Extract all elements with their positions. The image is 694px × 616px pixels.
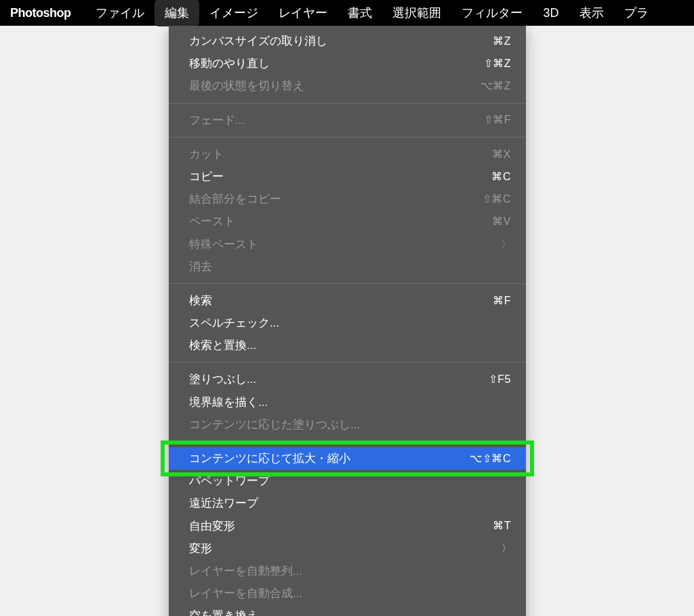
dropdown-item: フェード...⇧⌘F	[169, 109, 526, 131]
dropdown-item-shortcut: ⌥⌘Z	[481, 77, 511, 95]
dropdown-item-label: 最後の状態を切り替え	[189, 77, 481, 95]
dropdown-item: 結合部分をコピー⇧⌘C	[169, 188, 526, 210]
dropdown-item-shortcut: ⌘X	[492, 146, 511, 163]
dropdown-item-label: 結合部分をコピー	[189, 190, 483, 208]
dropdown-item[interactable]: 自由変形⌘T	[169, 515, 526, 537]
dropdown-item: レイヤーを自動整列...	[169, 560, 526, 582]
dropdown-item-shortcut: ⌘V	[492, 213, 511, 230]
dropdown-item: 消去	[169, 255, 526, 278]
dropdown-item-label: 検索と置換...	[189, 336, 511, 354]
dropdown-item[interactable]: カンバスサイズの取り消し⌘Z	[169, 30, 526, 52]
menu-type[interactable]: 書式	[338, 0, 382, 26]
dropdown-item-shortcut: ⌘Z	[493, 33, 511, 50]
menu-filter[interactable]: フィルター	[451, 0, 533, 26]
dropdown-separator	[169, 283, 526, 284]
app-name: Photoshop	[10, 6, 70, 20]
dropdown-item: 最後の状態を切り替え⌥⌘Z	[169, 75, 526, 97]
dropdown-item-shortcut: ⌘F	[493, 292, 511, 310]
menu-plugins[interactable]: プラ	[614, 0, 659, 26]
dropdown-item-label: フェード...	[189, 111, 484, 129]
dropdown-item-label: 特殊ペースト	[189, 235, 502, 253]
dropdown-item-label: カンバスサイズの取り消し	[189, 32, 493, 50]
dropdown-item-label: パペットワープ	[189, 472, 511, 490]
dropdown-item-label: 移動のやり直し	[189, 54, 484, 73]
dropdown-item: ペースト⌘V	[169, 210, 526, 232]
chevron-right-icon: 〉	[502, 237, 511, 251]
dropdown-item: レイヤーを自動合成...	[169, 582, 526, 604]
menu-select[interactable]: 選択範囲	[382, 0, 451, 26]
dropdown-item-label: 境界線を描く...	[189, 393, 511, 411]
dropdown-item[interactable]: 検索⌘F	[169, 289, 526, 312]
dropdown-item: コンテンツに応じた塗りつぶし...	[169, 413, 526, 436]
dropdown-item-shortcut: ⇧F5	[489, 371, 511, 388]
dropdown-item-label: レイヤーを自動整列...	[189, 562, 511, 580]
dropdown-item-shortcut: ⌘T	[493, 517, 511, 535]
dropdown-item-label: 変形	[189, 539, 502, 558]
dropdown-item-label: 消去	[189, 258, 511, 276]
dropdown-item-label: ペースト	[189, 212, 492, 230]
menu-3d[interactable]: 3D	[533, 1, 569, 26]
dropdown-separator	[169, 441, 526, 442]
dropdown-item-shortcut: ⇧⌘F	[484, 111, 511, 129]
dropdown-item[interactable]: 移動のやり直し⇧⌘Z	[169, 52, 526, 75]
dropdown-item[interactable]: スペルチェック...	[169, 312, 526, 334]
chevron-right-icon: 〉	[502, 541, 511, 556]
dropdown-item-shortcut: ⌘C	[491, 168, 511, 186]
menubar: Photoshop ファイル 編集 イメージ レイヤー 書式 選択範囲 フィルタ…	[0, 0, 694, 26]
dropdown-item-label: コンテンツに応じて拡大・縮小	[189, 449, 470, 468]
menu-image[interactable]: イメージ	[199, 0, 268, 26]
dropdown-item: カット⌘X	[169, 143, 526, 165]
dropdown-item-shortcut: ⇧⌘Z	[484, 55, 511, 73]
dropdown-item[interactable]: 変形〉	[169, 537, 526, 560]
dropdown-item-label: 塗りつぶし...	[189, 370, 489, 388]
dropdown-item-label: コピー	[189, 167, 491, 186]
dropdown-item[interactable]: コピー⌘C	[169, 165, 526, 188]
dropdown-item-label: 遠近法ワープ	[189, 494, 511, 512]
dropdown-item: 特殊ペースト〉	[169, 233, 526, 255]
dropdown-item-label: コンテンツに応じた塗りつぶし...	[189, 415, 511, 434]
dropdown-item-shortcut: ⌥⇧⌘C	[470, 450, 511, 468]
dropdown-item-label: レイヤーを自動合成...	[189, 584, 511, 602]
menu-file[interactable]: ファイル	[85, 0, 155, 26]
dropdown-item[interactable]: 塗りつぶし...⇧F5	[169, 368, 526, 390]
dropdown-item-shortcut: ⇧⌘C	[483, 190, 511, 208]
dropdown-separator	[169, 362, 526, 363]
dropdown-item-label: 検索	[189, 291, 493, 310]
dropdown-item-label: 空を置き換え...	[189, 607, 511, 616]
dropdown-item-label: 自由変形	[189, 517, 493, 535]
dropdown-item-label: カット	[189, 145, 492, 163]
edit-dropdown: カンバスサイズの取り消し⌘Z移動のやり直し⇧⌘Z最後の状態を切り替え⌥⌘Zフェー…	[169, 26, 526, 616]
dropdown-item[interactable]: パペットワープ	[169, 470, 526, 492]
dropdown-item[interactable]: 検索と置換...	[169, 334, 526, 356]
menu-view[interactable]: 表示	[569, 0, 614, 26]
dropdown-separator	[169, 137, 526, 138]
dropdown-item[interactable]: 遠近法ワープ	[169, 492, 526, 514]
dropdown-item-label: スペルチェック...	[189, 314, 511, 332]
menu-layer[interactable]: レイヤー	[268, 0, 338, 26]
menu-edit[interactable]: 編集	[155, 0, 199, 26]
dropdown-item[interactable]: コンテンツに応じて拡大・縮小⌥⇧⌘C	[169, 447, 526, 470]
dropdown-item[interactable]: 空を置き換え...	[169, 604, 526, 616]
dropdown-separator	[169, 103, 526, 104]
dropdown-item[interactable]: 境界線を描く...	[169, 391, 526, 413]
